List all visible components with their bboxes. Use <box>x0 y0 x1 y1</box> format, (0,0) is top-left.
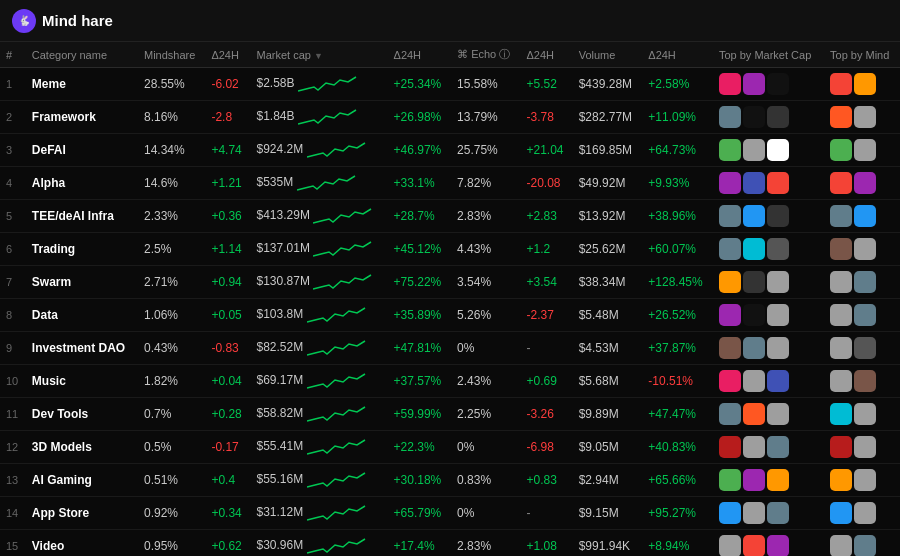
cell-category[interactable]: Dev Tools <box>26 398 138 431</box>
col-category[interactable]: Category name <box>26 42 138 68</box>
col-volume[interactable]: Volume <box>573 42 643 68</box>
table-row[interactable]: 10 Music 1.82% +0.04 $69.17M +37.57% 2.4… <box>0 365 900 398</box>
cell-category[interactable]: App Store <box>26 497 138 530</box>
table-row[interactable]: 7 Swarm 2.71% +0.94 $130.87M +75.22% 3.5… <box>0 266 900 299</box>
cell-mindshare: 0.5% <box>138 431 205 464</box>
cell-category[interactable]: Music <box>26 365 138 398</box>
table-row[interactable]: 3 DeFAI 14.34% +4.74 $924.2M +46.97% 25.… <box>0 134 900 167</box>
table-row[interactable]: 2 Framework 8.16% -2.8 $1.84B +26.98% 13… <box>0 101 900 134</box>
cell-category[interactable]: 3D Models <box>26 431 138 464</box>
cell-mindshare: 8.16% <box>138 101 205 134</box>
cell-delta-vol: +38.96% <box>642 200 713 233</box>
table-row[interactable]: 6 Trading 2.5% +1.14 $137.01M +45.12% 4.… <box>0 233 900 266</box>
cell-category[interactable]: AI Gaming <box>26 464 138 497</box>
cell-echo: 25.75% <box>451 134 520 167</box>
data-table-container[interactable]: # Category name Mindshare Δ24H Market ca… <box>0 42 900 556</box>
cell-market-cap: $137.01M <box>251 233 388 266</box>
cell-top-mind <box>824 266 900 299</box>
cell-delta-vol: +2.58% <box>642 68 713 101</box>
cell-echo: 2.83% <box>451 530 520 557</box>
table-row[interactable]: 14 App Store 0.92% +0.34 $31.12M +65.79%… <box>0 497 900 530</box>
cell-delta-ms: -0.17 <box>205 431 250 464</box>
table-row[interactable]: 8 Data 1.06% +0.05 $103.8M +35.89% 5.26%… <box>0 299 900 332</box>
cell-echo: 3.54% <box>451 266 520 299</box>
cell-top-mc <box>713 101 824 134</box>
cell-mindshare: 2.5% <box>138 233 205 266</box>
col-top-mind: Top by Mind <box>824 42 900 68</box>
cell-mindshare: 0.51% <box>138 464 205 497</box>
cell-volume: $2.94M <box>573 464 643 497</box>
cell-delta-ms: +0.94 <box>205 266 250 299</box>
cell-delta-ms: -6.02 <box>205 68 250 101</box>
cell-mindshare: 0.43% <box>138 332 205 365</box>
table-row[interactable]: 1 Meme 28.55% -6.02 $2.58B +25.34% 15.58… <box>0 68 900 101</box>
cell-delta-vol: +9.93% <box>642 167 713 200</box>
col-echo[interactable]: ⌘ Echo ⓘ <box>451 42 520 68</box>
cell-market-cap: $69.17M <box>251 365 388 398</box>
cell-category[interactable]: Alpha <box>26 167 138 200</box>
cell-market-cap: $55.41M <box>251 431 388 464</box>
cell-delta-echo: +21.04 <box>520 134 572 167</box>
cell-rank: 7 <box>0 266 26 299</box>
cell-category[interactable]: TEE/deAI Infra <box>26 200 138 233</box>
cell-top-mc <box>713 299 824 332</box>
table-header: # Category name Mindshare Δ24H Market ca… <box>0 42 900 68</box>
cell-market-cap: $30.96M <box>251 530 388 557</box>
col-delta-mc[interactable]: Δ24H <box>388 42 452 68</box>
col-delta-ms[interactable]: Δ24H <box>205 42 250 68</box>
cell-delta-echo: -6.98 <box>520 431 572 464</box>
cell-delta-echo: -3.26 <box>520 398 572 431</box>
cell-delta-mc: +26.98% <box>388 101 452 134</box>
cell-delta-ms: +0.34 <box>205 497 250 530</box>
table-row[interactable]: 15 Video 0.95% +0.62 $30.96M +17.4% 2.83… <box>0 530 900 557</box>
table-row[interactable]: 5 TEE/deAI Infra 2.33% +0.36 $413.29M +2… <box>0 200 900 233</box>
cell-market-cap: $130.87M <box>251 266 388 299</box>
col-market-cap[interactable]: Market cap ▼ <box>251 42 388 68</box>
cell-volume: $282.77M <box>573 101 643 134</box>
cell-rank: 9 <box>0 332 26 365</box>
cell-delta-vol: +11.09% <box>642 101 713 134</box>
table-row[interactable]: 4 Alpha 14.6% +1.21 $535M +33.1% 7.82% -… <box>0 167 900 200</box>
table-row[interactable]: 13 AI Gaming 0.51% +0.4 $55.16M +30.18% … <box>0 464 900 497</box>
cell-rank: 4 <box>0 167 26 200</box>
cell-echo: 7.82% <box>451 167 520 200</box>
col-mindshare[interactable]: Mindshare <box>138 42 205 68</box>
cell-delta-mc: +30.18% <box>388 464 452 497</box>
cell-delta-ms: +0.04 <box>205 365 250 398</box>
cell-delta-echo: -2.37 <box>520 299 572 332</box>
cell-delta-vol: +128.45% <box>642 266 713 299</box>
cell-volume: $25.62M <box>573 233 643 266</box>
table-row[interactable]: 12 3D Models 0.5% -0.17 $55.41M +22.3% 0… <box>0 431 900 464</box>
cell-echo: 0% <box>451 332 520 365</box>
table-row[interactable]: 9 Investment DAO 0.43% -0.83 $82.52M +47… <box>0 332 900 365</box>
cell-category[interactable]: Video <box>26 530 138 557</box>
col-delta-echo[interactable]: Δ24H <box>520 42 572 68</box>
cell-mindshare: 14.6% <box>138 167 205 200</box>
cell-category[interactable]: Investment DAO <box>26 332 138 365</box>
cell-top-mc <box>713 365 824 398</box>
cell-category[interactable]: Framework <box>26 101 138 134</box>
cell-top-mc <box>713 497 824 530</box>
cell-top-mind <box>824 68 900 101</box>
cell-category[interactable]: Meme <box>26 68 138 101</box>
cell-rank: 5 <box>0 200 26 233</box>
cell-top-mc <box>713 431 824 464</box>
cell-category[interactable]: Trading <box>26 233 138 266</box>
cell-delta-mc: +33.1% <box>388 167 452 200</box>
cell-delta-vol: -10.51% <box>642 365 713 398</box>
cell-echo: 13.79% <box>451 101 520 134</box>
cell-delta-mc: +45.12% <box>388 233 452 266</box>
table-row[interactable]: 11 Dev Tools 0.7% +0.28 $58.82M +59.99% … <box>0 398 900 431</box>
cell-delta-vol: +95.27% <box>642 497 713 530</box>
cell-category[interactable]: Data <box>26 299 138 332</box>
cell-mindshare: 0.95% <box>138 530 205 557</box>
col-delta-vol[interactable]: Δ24H <box>642 42 713 68</box>
cell-top-mc <box>713 332 824 365</box>
cell-rank: 6 <box>0 233 26 266</box>
cell-category[interactable]: Swarm <box>26 266 138 299</box>
cell-delta-ms: +0.62 <box>205 530 250 557</box>
cell-delta-echo: +2.83 <box>520 200 572 233</box>
cell-delta-echo: - <box>520 332 572 365</box>
cell-category[interactable]: DeFAI <box>26 134 138 167</box>
cell-top-mc <box>713 464 824 497</box>
